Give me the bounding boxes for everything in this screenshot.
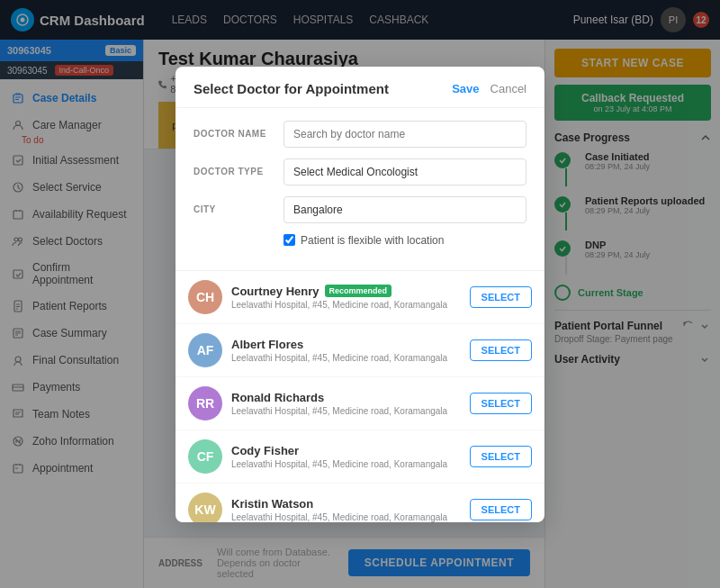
doctor-item: KW Kristin Watson Leelavathi Hospital, #… xyxy=(176,484,544,522)
recommended-badge: Recommended xyxy=(325,285,392,297)
doctor-avatar: KW xyxy=(188,493,222,522)
doctor-avatar: CF xyxy=(188,439,222,474)
doctor-select-modal: Select Doctor for Appointment Save Cance… xyxy=(176,67,544,522)
doctor-address: Leelavathi Hospital, #45, Medicine road,… xyxy=(231,459,461,469)
doctor-address: Leelavathi Hospital, #45, Medicine road,… xyxy=(231,300,461,310)
doctor-item: RR Ronald Richards Leelavathi Hospital, … xyxy=(176,377,544,430)
select-doctor-button[interactable]: SELECT xyxy=(470,499,532,520)
doctor-address: Leelavathi Hospital, #45, Medicine road,… xyxy=(231,406,461,416)
modal-cancel-button[interactable]: Cancel xyxy=(490,82,526,95)
modal-title: Select Doctor for Appointment xyxy=(194,81,389,96)
doctor-address: Leelavathi Hospital, #45, Medicine road,… xyxy=(231,353,461,363)
doctor-type-label: DOCTOR TYPE xyxy=(194,167,274,176)
doctor-avatar: RR xyxy=(188,386,222,421)
select-doctor-button[interactable]: SELECT xyxy=(470,393,532,414)
doctor-item: CF Cody Fisher Leelavathi Hospital, #45,… xyxy=(176,430,544,484)
doctor-name-label: DOCTOR NAME xyxy=(194,129,274,139)
doctor-info: Courtney Henry Recommended Leelavathi Ho… xyxy=(231,285,461,310)
doctor-item: AF Albert Flores Leelavathi Hospital, #4… xyxy=(176,324,544,377)
doctor-info: Albert Flores Leelavathi Hospital, #45, … xyxy=(231,338,461,363)
city-label: CITY xyxy=(194,204,274,214)
doctor-name: Kristin Watson xyxy=(231,497,461,511)
doctor-type-select[interactable]: Select Medical Oncologist xyxy=(284,158,526,185)
doctor-name-row: DOCTOR NAME xyxy=(194,121,526,148)
doctor-name: Ronald Richards xyxy=(231,391,461,404)
doctor-name: Courtney Henry Recommended xyxy=(231,285,461,298)
doctor-info: Kristin Watson Leelavathi Hospital, #45,… xyxy=(231,497,461,522)
modal-body: DOCTOR NAME DOCTOR TYPE Select Medical O… xyxy=(176,108,544,270)
modal-overlay: Select Doctor for Appointment Save Cance… xyxy=(0,0,720,588)
flexible-label: Patient is flexible with location xyxy=(301,234,444,247)
doctor-avatar: CH xyxy=(188,280,222,314)
city-input[interactable] xyxy=(284,196,526,223)
modal-actions: Save Cancel xyxy=(452,82,526,95)
doctor-name: Cody Fisher xyxy=(231,444,461,457)
doctor-type-row: DOCTOR TYPE Select Medical Oncologist xyxy=(194,158,526,185)
doctor-address: Leelavathi Hospital, #45, Medicine road,… xyxy=(231,512,461,522)
city-row: CITY xyxy=(194,196,526,223)
flexible-checkbox[interactable] xyxy=(284,234,295,246)
doctor-info: Ronald Richards Leelavathi Hospital, #45… xyxy=(231,391,461,416)
modal-save-button[interactable]: Save xyxy=(452,82,479,95)
doctor-name-input[interactable] xyxy=(284,121,526,148)
select-doctor-button[interactable]: SELECT xyxy=(470,339,532,361)
doctor-avatar: AF xyxy=(188,333,222,367)
doctor-item: CH Courtney Henry Recommended Leelavathi… xyxy=(176,271,544,324)
flexible-location-row: Patient is flexible with location xyxy=(194,234,526,247)
doctor-list: CH Courtney Henry Recommended Leelavathi… xyxy=(176,270,544,522)
modal-header: Select Doctor for Appointment Save Cance… xyxy=(176,67,544,108)
doctor-name: Albert Flores xyxy=(231,338,461,351)
select-doctor-button[interactable]: SELECT xyxy=(470,446,532,467)
select-doctor-button[interactable]: SELECT xyxy=(470,286,532,308)
doctor-info: Cody Fisher Leelavathi Hospital, #45, Me… xyxy=(231,444,461,469)
